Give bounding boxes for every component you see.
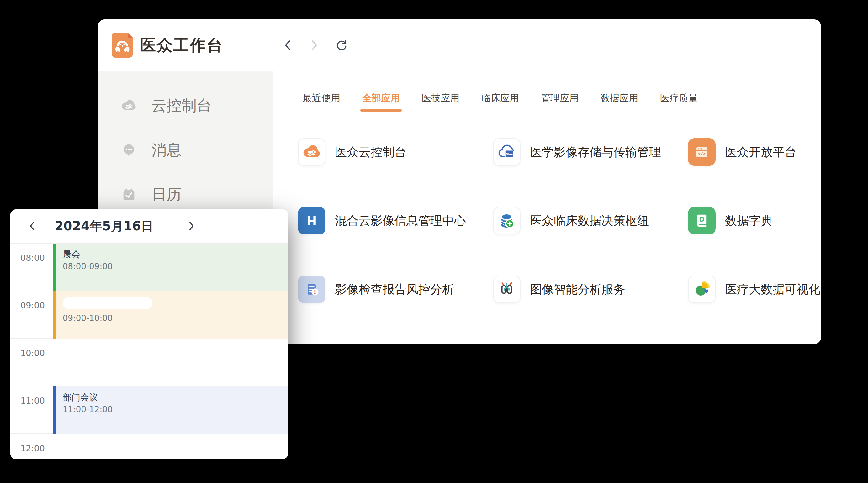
lungs-icon	[497, 280, 517, 299]
app-image-storage-transfer[interactable]: Mas 医学影像存储与传输管理	[493, 138, 688, 166]
app-logo-icon	[112, 33, 133, 58]
cloud-storage-mas-icon: Mas	[497, 142, 517, 162]
code-window-icon: </>	[692, 142, 712, 162]
sidebar-item-label: 云控制台	[151, 96, 212, 116]
time-label: 10:00	[10, 339, 53, 386]
chevron-right-icon	[188, 221, 195, 231]
svg-text:D: D	[699, 216, 704, 223]
message-bubble-icon	[121, 142, 137, 158]
app-cloud-console[interactable]: 医众云控制台	[298, 138, 493, 166]
time-label: 09:00	[10, 291, 53, 339]
chevron-left-icon	[283, 39, 292, 52]
app-data-dictionary[interactable]: D 数据字典	[688, 207, 821, 234]
svg-text:Mas: Mas	[505, 152, 513, 156]
refresh-icon	[335, 38, 348, 52]
redacted-event-title	[63, 297, 152, 309]
app-name: 医众临床数据决策枢纽	[530, 213, 649, 229]
app-name: 医学影像存储与传输管理	[530, 144, 661, 160]
report-alert-icon	[302, 280, 321, 299]
event-department-meeting[interactable]: 部门会议 11:00-12:00	[53, 386, 288, 434]
app-name: 医众云控制台	[335, 144, 406, 160]
tab-medtech-apps[interactable]: 医技应用	[422, 92, 459, 110]
event-morning-meeting[interactable]: 晨会 08:00-09:00	[53, 244, 288, 291]
app-name: 图像智能分析服务	[530, 282, 625, 297]
time-label: 12:00	[10, 434, 53, 459]
tabs-bar: 最近使用 全部应用 医技应用 临床应用 管理应用 数据应用 医疗质量	[274, 71, 821, 111]
time-column: 08:00 09:00 10:00 11:00 12:00	[10, 244, 53, 459]
tab-management-apps[interactable]: 管理应用	[541, 92, 579, 110]
app-grid: 医众云控制台 Mas 医学影像存储与传输管理	[274, 111, 821, 344]
browser-nav	[281, 38, 348, 52]
calendar-next-day-button[interactable]	[185, 219, 197, 233]
app-clinical-data-hub[interactable]: 医众临床数据决策枢纽	[493, 207, 688, 234]
calendar-day-view: 08:00 09:00 10:00 11:00 12:00 晨会 08:00-0…	[10, 244, 288, 459]
calendar-panel: 2024年5月16日 08:00 09:00 10:00 11:00 12:00…	[10, 209, 288, 459]
half-hour-gridline	[53, 363, 288, 363]
tab-quality[interactable]: 医疗质量	[660, 92, 698, 110]
tab-recent[interactable]: 最近使用	[303, 92, 340, 110]
time-label: 08:00	[10, 244, 53, 291]
time-label: 11:00	[10, 386, 53, 434]
cloud-settings-icon	[302, 142, 321, 162]
calendar-check-icon	[121, 187, 137, 203]
database-plus-icon	[497, 211, 517, 230]
event-title: 晨会	[63, 249, 281, 260]
event-redacted[interactable]: 09:00-10:00	[53, 291, 288, 339]
app-report-risk-analysis[interactable]: 影像检查报告风控分析	[298, 276, 493, 303]
sidebar-item-messages[interactable]: 消息	[97, 141, 274, 160]
tab-clinical-apps[interactable]: 临床应用	[482, 92, 519, 110]
event-time: 09:00-10:00	[63, 314, 281, 323]
calendar-date-title: 2024年5月16日	[41, 209, 167, 243]
back-button[interactable]	[281, 38, 294, 52]
window-header: 医众工作台	[97, 20, 821, 71]
chevron-right-icon	[310, 39, 319, 52]
event-title: 部门会议	[63, 392, 281, 403]
app-name: 医疗大数据可视化	[725, 282, 820, 297]
sidebar-item-label: 日历	[151, 185, 182, 205]
screen: 医众工作台	[0, 0, 868, 483]
sidebar-item-label: 消息	[151, 140, 182, 160]
hospital-h-icon: H	[302, 211, 321, 230]
main-content: 最近使用 全部应用 医技应用 临床应用 管理应用 数据应用 医疗质量	[274, 71, 821, 344]
sidebar-item-calendar[interactable]: 日历	[97, 185, 274, 204]
calendar-header: 2024年5月16日	[10, 209, 288, 244]
svg-text:</>: </>	[698, 151, 706, 156]
app-big-data-visualization[interactable]: 医疗大数据可视化	[688, 276, 821, 303]
tab-data-apps[interactable]: 数据应用	[600, 92, 638, 110]
svg-text:H: H	[307, 214, 317, 228]
cloud-settings-icon	[121, 97, 137, 114]
pie-chart-icon	[692, 280, 712, 299]
app-name: 影像检查报告风控分析	[335, 282, 454, 297]
tab-all-apps[interactable]: 全部应用	[362, 92, 400, 110]
forward-button[interactable]	[308, 38, 321, 52]
app-title: 医众工作台	[140, 35, 223, 56]
event-time: 11:00-12:00	[63, 405, 281, 414]
app-image-ai-analysis[interactable]: 图像智能分析服务	[493, 276, 688, 303]
dictionary-book-icon: D	[692, 211, 712, 230]
app-open-platform[interactable]: </> 医众开放平台	[688, 138, 821, 166]
app-name: 医众开放平台	[725, 144, 797, 160]
app-name: 混合云影像信息管理中心	[335, 213, 466, 229]
refresh-button[interactable]	[335, 38, 348, 52]
chevron-left-icon	[29, 221, 36, 231]
event-time: 08:00-09:00	[63, 262, 281, 271]
app-hybrid-cloud-imaging[interactable]: H 混合云影像信息管理中心	[298, 207, 493, 234]
calendar-prev-day-button[interactable]	[26, 219, 38, 233]
app-name: 数据字典	[725, 213, 773, 229]
sidebar-item-cloud-console[interactable]: 云控制台	[97, 96, 274, 115]
